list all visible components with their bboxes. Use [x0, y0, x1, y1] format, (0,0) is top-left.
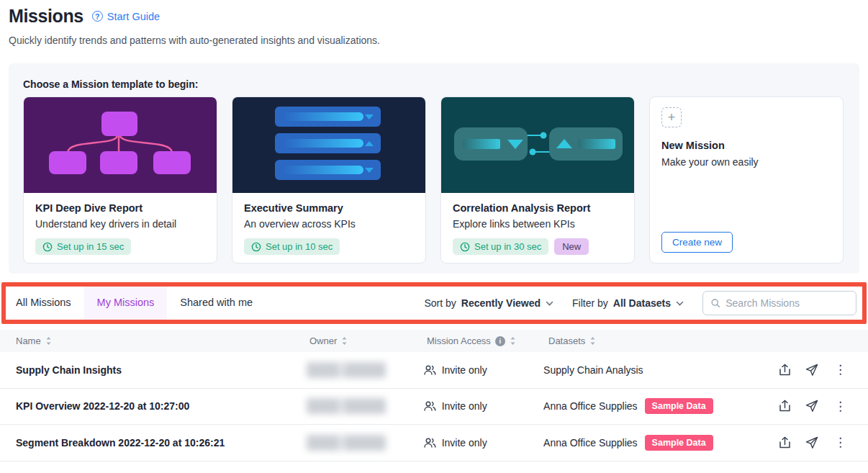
tree-diagram-thumbnail — [24, 97, 217, 193]
template-card-executive-summary[interactable]: Executive Summary An overview across KPI… — [232, 96, 426, 263]
export-icon[interactable] — [779, 436, 791, 449]
kebab-menu-icon[interactable]: ⋮ — [833, 400, 848, 413]
filter-dropdown[interactable]: Filter by All Datasets — [572, 297, 684, 309]
sort-prefix: Sort by — [424, 297, 456, 309]
owner-name-blurred — [307, 435, 386, 451]
mission-name-link[interactable]: Supply Chain Insights — [16, 364, 122, 376]
mission-name-link[interactable]: KPI Overview 2022-12-20 at 10:27:00 — [16, 400, 189, 412]
kebab-menu-icon[interactable]: ⋮ — [833, 364, 848, 376]
sort-arrows-icon — [589, 336, 596, 346]
dataset-label: Anna Office Supplies — [543, 437, 638, 449]
tab-shared-with-me[interactable]: Shared with me — [167, 282, 266, 324]
template-card-new-mission[interactable]: + New Mission Make your own easily Creat… — [649, 96, 844, 263]
setup-time-label: Set up in 15 sec — [57, 241, 124, 252]
access-label: Invite only — [442, 400, 487, 412]
setup-time-badge: Set up in 30 sec — [453, 238, 548, 255]
missions-tabs: All Missions My Missions Shared with me — [16, 282, 266, 324]
page-header: Missions ? Start Guide Quickly identify … — [9, 6, 380, 46]
template-card-correlation-analysis[interactable]: Correlation Analysis Report Explore link… — [440, 96, 635, 263]
info-icon[interactable]: i — [495, 336, 505, 346]
sort-arrows-icon — [510, 336, 516, 346]
question-circle-icon: ? — [92, 11, 103, 22]
dropdown-bars-thumbnail — [232, 97, 425, 193]
linked-nodes-thumbnail — [441, 97, 634, 193]
dataset-label: Anna Office Supplies — [543, 400, 638, 412]
search-box — [702, 291, 856, 315]
access-label: Invite only — [442, 437, 487, 449]
clock-icon — [42, 242, 53, 252]
people-icon — [423, 437, 436, 449]
setup-time-label: Set up in 10 sec — [266, 241, 333, 252]
clock-icon — [251, 242, 261, 252]
setup-time-badge: Set up in 15 sec — [35, 238, 131, 255]
filter-value: All Datasets — [613, 297, 671, 309]
kebab-menu-icon[interactable]: ⋮ — [833, 436, 848, 449]
card-title: Correlation Analysis Report — [453, 202, 623, 214]
column-header-mission-access[interactable]: Mission Access i — [427, 335, 516, 346]
card-description: Explore links between KPIs — [453, 218, 623, 230]
table-row[interactable]: KPI Overview 2022-12-20 at 10:27:00 Invi… — [0, 389, 868, 425]
sort-value: Recently Viewed — [461, 297, 541, 309]
export-icon[interactable] — [779, 364, 791, 377]
sample-data-badge: Sample Data — [645, 435, 713, 451]
missions-toolbar: All Missions My Missions Shared with me … — [0, 282, 868, 324]
column-header-name[interactable]: Name — [16, 335, 309, 346]
sort-arrows-icon — [45, 336, 52, 346]
plus-icon: + — [661, 107, 682, 127]
column-header-datasets[interactable]: Datasets — [548, 335, 596, 346]
setup-time-badge: Set up in 10 sec — [244, 238, 340, 255]
search-input[interactable] — [725, 297, 849, 309]
start-guide-label: Start Guide — [107, 11, 160, 22]
table-row[interactable]: Supply Chain Insights Invite only Supply… — [0, 352, 868, 389]
page-title: Missions — [9, 6, 83, 27]
missions-table: Name Owner Mission Access i Datasets Sup… — [0, 330, 868, 461]
template-cards: KPI Deep Dive Report Understand key driv… — [23, 96, 844, 263]
clock-icon — [460, 242, 470, 252]
dataset-label: Supply Chain Analysis — [543, 364, 643, 376]
tab-all-missions[interactable]: All Missions — [16, 282, 84, 324]
template-card-kpi-deep-dive[interactable]: KPI Deep Dive Report Understand key driv… — [23, 96, 217, 263]
column-header-owner[interactable]: Owner — [309, 335, 427, 346]
chevron-down-icon — [676, 301, 684, 306]
page-subtitle: Quickly identify trends and patterns wit… — [9, 35, 380, 46]
table-header-row: Name Owner Mission Access i Datasets — [0, 330, 868, 352]
start-guide-link[interactable]: ? Start Guide — [92, 11, 160, 22]
filter-prefix: Filter by — [572, 297, 608, 309]
template-panel-heading: Choose a Mission template to begin: — [23, 78, 198, 90]
people-icon — [423, 400, 436, 412]
owner-name-blurred — [307, 398, 386, 414]
new-badge: New — [554, 238, 589, 255]
new-mission-title: New Mission — [661, 140, 831, 151]
owner-name-blurred — [307, 362, 386, 378]
send-icon[interactable] — [805, 436, 818, 449]
card-title: Executive Summary — [244, 202, 414, 214]
people-icon — [423, 364, 436, 376]
new-mission-description: Make your own easily — [661, 156, 831, 168]
tab-my-missions[interactable]: My Missions — [84, 282, 168, 324]
setup-time-label: Set up in 30 sec — [474, 241, 541, 252]
sort-dropdown[interactable]: Sort by Recently Viewed — [424, 297, 553, 309]
card-description: An overview across KPIs — [244, 218, 414, 230]
card-title: KPI Deep Dive Report — [35, 202, 205, 214]
access-label: Invite only — [442, 364, 487, 376]
sample-data-badge: Sample Data — [645, 398, 713, 414]
create-new-button[interactable]: Create new — [661, 232, 733, 253]
table-row[interactable]: Segment Breakdown 2022-12-20 at 10:26:21… — [0, 425, 868, 461]
mission-name-link[interactable]: Segment Breakdown 2022-12-20 at 10:26:21 — [16, 437, 225, 449]
send-icon[interactable] — [805, 400, 818, 413]
chevron-down-icon — [546, 301, 553, 306]
send-icon[interactable] — [805, 364, 818, 377]
search-icon — [710, 297, 720, 309]
sort-arrows-icon — [341, 336, 348, 346]
export-icon[interactable] — [779, 400, 791, 413]
card-description: Understand key drivers in detail — [35, 218, 205, 230]
missions-page: Missions ? Start Guide Quickly identify … — [0, 0, 868, 473]
template-panel: Choose a Mission template to begin: KPI … — [9, 63, 859, 274]
